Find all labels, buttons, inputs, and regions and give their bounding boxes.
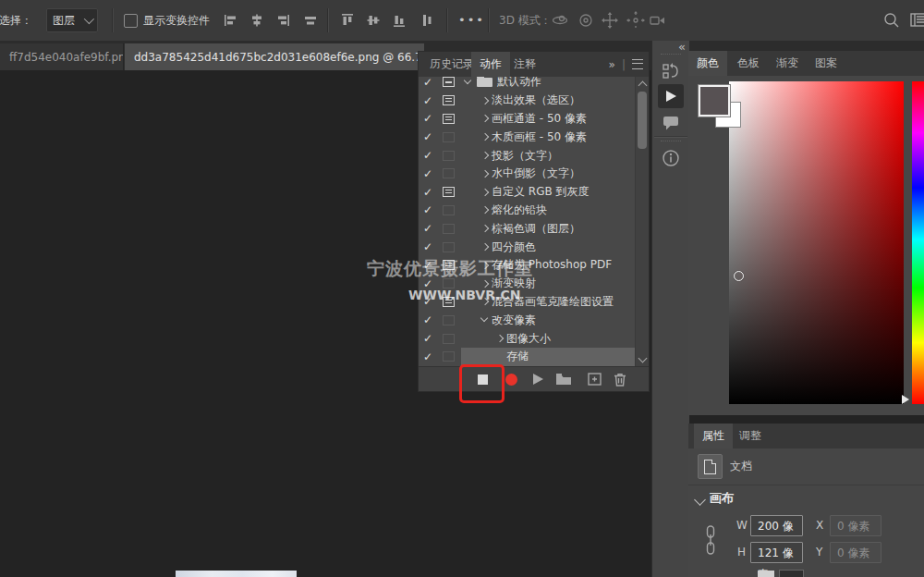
dock-grip[interactable] [661, 141, 681, 144]
height-input[interactable]: 121 像素 [750, 542, 803, 563]
hue-slider-handle[interactable] [902, 395, 909, 404]
action-row[interactable]: 木质画框 - 50 像素 [419, 128, 639, 146]
action-enabled-checkmark[interactable] [423, 94, 443, 107]
dock-grip[interactable] [661, 54, 681, 57]
color-field-cursor[interactable] [734, 271, 744, 281]
align-top-icon[interactable] [338, 11, 357, 30]
action-enabled-checkmark[interactable] [423, 186, 443, 199]
align-center-horizontal-icon[interactable] [248, 11, 266, 30]
layer-select-dropdown[interactable]: 图层 [46, 8, 98, 32]
document-tab-inactive[interactable]: ff7d54e040afe9bf.png × [0, 43, 124, 70]
delete-button[interactable] [610, 370, 630, 388]
tab-gradients[interactable]: 渐变 [768, 51, 807, 76]
expand-chevron-icon[interactable] [479, 313, 492, 326]
action-enabled-checkmark[interactable] [423, 350, 443, 363]
open-document-image[interactable] [176, 571, 297, 577]
dialog-toggle-icon[interactable] [443, 242, 455, 252]
notes-panel-icon[interactable] [658, 111, 684, 135]
saturation-brightness-field[interactable] [729, 81, 904, 404]
expand-chevron-icon[interactable] [493, 350, 506, 363]
action-row[interactable]: 棕褐色调（图层） [419, 219, 639, 238]
search-icon[interactable] [882, 11, 901, 30]
scroll-down-icon[interactable] [638, 354, 648, 363]
workspace-switcher-icon[interactable] [910, 11, 924, 30]
expand-chevron-icon[interactable] [479, 167, 492, 180]
actions-panel-icon[interactable] [658, 84, 684, 108]
expand-chevron-icon[interactable] [479, 186, 492, 199]
align-left-icon[interactable] [222, 11, 240, 30]
action-row[interactable]: 水中倒影（文字） [419, 165, 639, 183]
new-set-button[interactable] [553, 370, 574, 388]
dialog-toggle-icon[interactable] [443, 315, 455, 325]
action-row[interactable]: 画框通道 - 50 像素 [419, 110, 639, 129]
dialog-toggle-icon[interactable] [443, 132, 455, 142]
info-panel-icon[interactable] [658, 146, 684, 170]
tab-swatches[interactable]: 色板 [729, 51, 768, 76]
tab-patterns[interactable]: 图案 [807, 51, 845, 76]
align-middle-vertical-icon[interactable] [364, 11, 383, 30]
foreground-color-swatch[interactable] [699, 85, 730, 117]
scrollbar-thumb[interactable] [638, 92, 647, 149]
action-row[interactable]: 自定义 RGB 到灰度 [419, 183, 639, 202]
panel-menu-icon[interactable] [632, 59, 643, 69]
dialog-toggle-icon[interactable] [443, 151, 455, 161]
action-enabled-checkmark[interactable] [423, 203, 443, 216]
action-enabled-checkmark[interactable] [423, 149, 443, 162]
action-row[interactable]: 投影（文字） [419, 146, 639, 165]
expand-chevron-icon[interactable] [479, 130, 492, 143]
action-enabled-checkmark[interactable] [423, 313, 443, 326]
expand-chevron-icon[interactable] [462, 77, 475, 89]
document-tab-active[interactable]: dd3a785425d41d675bc2d031e608ef6e.png @ 6… [125, 43, 424, 70]
dialog-toggle-icon[interactable] [443, 334, 455, 344]
expand-chevron-icon[interactable] [479, 149, 492, 162]
width-input[interactable]: 200 像素 [750, 515, 803, 536]
dialog-toggle-icon[interactable] [443, 95, 455, 105]
distribute-vertical-icon[interactable] [418, 11, 436, 30]
action-enabled-checkmark[interactable] [423, 77, 443, 89]
dialog-toggle-icon[interactable] [443, 187, 455, 197]
align-right-icon[interactable] [274, 11, 292, 30]
history-panel-icon[interactable] [658, 59, 684, 83]
play-button[interactable] [528, 370, 548, 388]
document-type-button[interactable] [698, 454, 723, 479]
expand-chevron-icon[interactable] [479, 94, 492, 107]
dialog-toggle-icon[interactable] [443, 168, 455, 178]
actions-scrollbar[interactable] [635, 77, 649, 367]
align-bottom-icon[interactable] [390, 11, 408, 30]
show-transform-checkbox[interactable] [124, 14, 138, 28]
action-row[interactable]: 改变像素 [419, 311, 639, 329]
y-input[interactable]: 0 像素 [830, 542, 881, 563]
tab-color[interactable]: 颜色 [688, 51, 727, 76]
tab-properties[interactable]: 属性 [694, 424, 733, 448]
expand-chevron-icon[interactable] [479, 112, 492, 125]
scroll-up-icon[interactable] [638, 81, 648, 91]
dialog-toggle-icon[interactable] [443, 205, 455, 215]
action-enabled-checkmark[interactable] [423, 222, 443, 235]
action-row[interactable]: 图像大小 [419, 329, 639, 348]
distribute-horizontal-icon[interactable] [301, 11, 320, 30]
tab-notes[interactable]: 注释 [505, 52, 544, 77]
action-enabled-checkmark[interactable] [423, 112, 443, 125]
action-enabled-checkmark[interactable] [423, 130, 443, 143]
tab-actions[interactable]: 动作 [471, 52, 510, 77]
new-action-button[interactable] [584, 370, 604, 388]
dialog-toggle-icon[interactable] [443, 77, 455, 87]
expand-chevron-icon[interactable] [479, 203, 492, 216]
x-input[interactable]: 0 像素 [830, 515, 881, 536]
expand-chevron-icon[interactable] [493, 332, 506, 345]
action-enabled-checkmark[interactable] [423, 332, 443, 345]
dialog-toggle-icon[interactable] [443, 351, 455, 362]
action-row[interactable]: 默认动作 [419, 77, 639, 92]
chevron-down-icon[interactable] [694, 494, 706, 506]
expand-chevron-icon[interactable] [479, 222, 492, 235]
dialog-toggle-icon[interactable] [443, 224, 455, 234]
action-row[interactable]: 四分颜色 [419, 238, 639, 256]
action-row[interactable]: 淡出效果（选区） [419, 92, 639, 110]
tab-adjustments[interactable]: 调整 [731, 424, 770, 448]
action-enabled-checkmark[interactable] [423, 240, 443, 253]
action-row[interactable]: 存储 [419, 348, 639, 366]
link-dimensions-icon[interactable] [705, 525, 716, 555]
action-enabled-checkmark[interactable] [423, 167, 443, 180]
dialog-toggle-icon[interactable] [443, 114, 455, 124]
expand-panel-icon[interactable]: » [609, 58, 615, 71]
